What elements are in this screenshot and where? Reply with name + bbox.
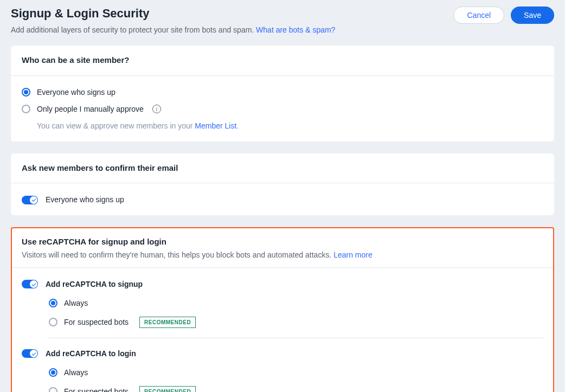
recaptcha-login-label: Add reCAPTCHA to login — [46, 348, 136, 359]
recaptcha-signup-label: Add reCAPTCHA to signup — [46, 279, 143, 290]
recommended-badge: RECOMMENDED — [139, 317, 196, 328]
recaptcha-card: Use reCAPTCHA for signup and login Visit… — [11, 227, 554, 392]
divider — [49, 338, 543, 338]
cancel-button[interactable]: Cancel — [453, 7, 504, 24]
email-confirm-title: Ask new members to confirm their email — [22, 162, 543, 175]
recaptcha-subtitle: Visitors will need to confirm they're hu… — [22, 249, 543, 261]
email-confirm-toggle[interactable] — [22, 196, 38, 204]
recaptcha-login-suspected[interactable]: For suspected bots RECOMMENDED — [49, 386, 543, 393]
membership-title: Who can be a site member? — [22, 54, 543, 67]
radio-icon — [49, 318, 57, 326]
radio-icon — [22, 105, 30, 113]
save-button[interactable]: Save — [511, 7, 554, 24]
email-confirm-card: Ask new members to confirm their email E… — [11, 153, 554, 216]
recommended-badge: RECOMMENDED — [139, 386, 196, 393]
recaptcha-learn-more-link[interactable]: Learn more — [333, 250, 373, 259]
page-title: Signup & Login Security — [11, 4, 335, 22]
recaptcha-signup-suspected[interactable]: For suspected bots RECOMMENDED — [49, 317, 543, 328]
approve-subtext: You can view & approve new members in yo… — [37, 120, 543, 132]
radio-icon — [49, 387, 57, 392]
member-list-link[interactable]: Member List — [195, 121, 236, 130]
membership-card: Who can be a site member? Everyone who s… — [11, 46, 554, 142]
recaptcha-title: Use reCAPTCHA for signup and login — [22, 236, 543, 248]
info-icon[interactable]: i — [152, 105, 161, 113]
recaptcha-login-toggle[interactable] — [22, 349, 38, 358]
bots-spam-link[interactable]: What are bots & spam? — [256, 25, 335, 34]
page-subtitle: Add additional layers of security to pro… — [11, 24, 335, 36]
radio-icon — [22, 88, 30, 97]
recaptcha-login-always[interactable]: Always — [49, 367, 543, 378]
membership-option-approve[interactable]: Only people I manually approve i — [22, 104, 543, 115]
recaptcha-signup-toggle[interactable] — [22, 280, 38, 288]
email-confirm-label: Everyone who signs up — [46, 194, 124, 205]
membership-option-everyone[interactable]: Everyone who signs up — [22, 87, 543, 98]
recaptcha-signup-always[interactable]: Always — [49, 298, 543, 309]
radio-icon — [49, 368, 57, 377]
radio-icon — [49, 299, 57, 307]
